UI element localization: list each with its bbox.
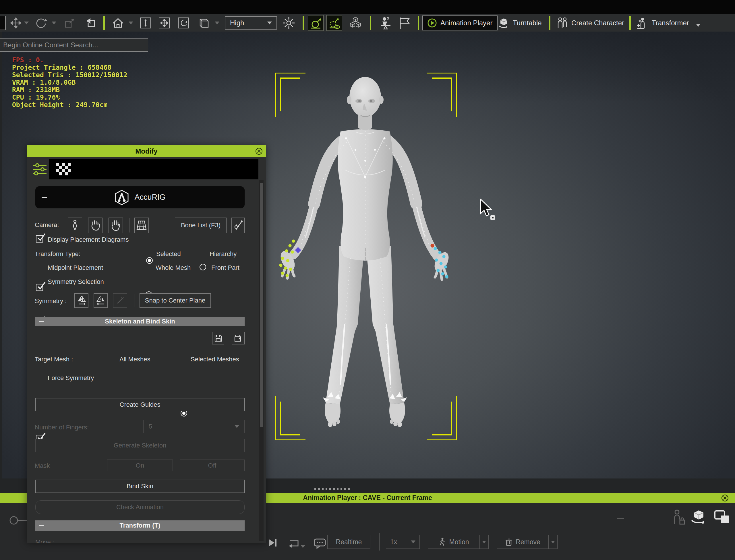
reset-transform-button[interactable]: [85, 14, 97, 32]
transform-selected-radio[interactable]: [146, 257, 153, 264]
camera-view-cube-button[interactable]: [197, 14, 210, 32]
accurig-section-button[interactable]: AccuRIG: [35, 186, 245, 208]
animation-player-bar-title: Animation Player : CAVE - Current Frame: [303, 494, 432, 502]
online-content-search[interactable]: [0, 38, 148, 52]
speed-value: 1x: [390, 538, 397, 546]
texture-checker-icon[interactable]: [56, 163, 71, 175]
modify-close-icon[interactable]: [255, 147, 263, 155]
camera-grab-button[interactable]: [88, 218, 102, 233]
save-rig-button[interactable]: [212, 332, 224, 344]
comment-bubble-icon[interactable]: [314, 538, 326, 549]
symmetry-wand-button[interactable]: [113, 293, 127, 308]
pan-view-button[interactable]: [159, 14, 170, 32]
check-animation-button[interactable]: Check Animation: [35, 500, 245, 514]
motion-button[interactable]: Motion: [428, 535, 489, 549]
home-view-dropdown[interactable]: [129, 14, 133, 32]
remove-dropdown[interactable]: [548, 535, 557, 549]
midpoint-placement-checkbox[interactable]: [36, 284, 43, 291]
realtime-button[interactable]: Realtime: [327, 535, 370, 549]
loop-dropdown[interactable]: [301, 545, 305, 548]
vertical-arrows-icon: [142, 19, 149, 27]
snap-to-center-label: Snap to Center Plane: [145, 297, 205, 304]
display-placement-checkbox[interactable]: [36, 235, 43, 243]
fingers-label: Number of Fingers:: [35, 424, 89, 431]
remove-button[interactable]: Remove: [497, 535, 558, 549]
collapse-dash[interactable]: [617, 518, 624, 519]
snap-to-center-button[interactable]: Snap to Center Plane: [140, 293, 211, 308]
modify-panel-header[interactable]: Modify: [27, 145, 266, 157]
loop-playback-icon[interactable]: [287, 538, 300, 548]
camera-body-button[interactable]: [68, 218, 82, 233]
player-bar-close-icon[interactable]: [721, 494, 729, 502]
motion-dropdown[interactable]: [479, 535, 488, 549]
panel-scrollbar-thumb[interactable]: [260, 183, 263, 427]
mask-off-button[interactable]: Off: [180, 460, 245, 471]
stats-line: Object Height : 249.70cm: [12, 101, 127, 108]
edit-pivot-button[interactable]: [308, 15, 324, 31]
mirror-left-to-right-button[interactable]: [74, 293, 88, 308]
character-calibration-button[interactable]: [379, 14, 392, 32]
skip-to-end-icon[interactable]: [268, 538, 277, 548]
fingers-select[interactable]: 5: [143, 420, 245, 433]
turntable-mode-icon[interactable]: [690, 509, 708, 526]
orbit-view-button[interactable]: [178, 14, 189, 32]
bind-skin-button[interactable]: Bind Skin: [35, 480, 245, 493]
mirror-right-to-left-button[interactable]: [94, 293, 108, 308]
camera-grid-button[interactable]: [134, 218, 149, 233]
motion-label: Motion: [449, 538, 469, 546]
generate-skeleton-button[interactable]: Generate Skeleton: [35, 439, 245, 452]
lock-character-icon[interactable]: [672, 509, 686, 526]
panel-scrollbar[interactable]: [259, 180, 264, 541]
keyframe-marker-icon[interactable]: [9, 515, 29, 526]
character-mannequin[interactable]: [273, 75, 457, 448]
animation-player-button[interactable]: Animation Player: [422, 15, 498, 30]
move-tool-dropdown[interactable]: [24, 14, 29, 32]
performance-stats: FPS : 0. Project Triangle : 658468 Selec…: [12, 56, 127, 108]
skeleton-collapse-icon[interactable]: [39, 321, 44, 322]
player-bar-drag-handle[interactable]: [314, 488, 352, 490]
skeleton-section-header[interactable]: Skeleton and Bind Skin: [35, 317, 245, 326]
view-cube-dropdown[interactable]: [215, 14, 219, 32]
pivot-to-object-button[interactable]: [326, 15, 342, 31]
windows-layout-icon[interactable]: [714, 510, 730, 525]
mesh-groups-button[interactable]: [348, 14, 363, 32]
accurig-logo-icon: [114, 189, 129, 206]
rig-tools-button[interactable]: [231, 218, 245, 233]
material-tab-strip[interactable]: [49, 159, 258, 179]
scale-tool-button[interactable]: [64, 14, 75, 32]
flag-button[interactable]: [398, 14, 411, 32]
modify-sliders-tab-icon[interactable]: [32, 161, 48, 177]
transformer-button[interactable]: Transformer: [636, 14, 689, 32]
transform-type-label: Transform Type:: [35, 250, 80, 258]
bind-skin-label: Bind Skin: [127, 483, 153, 490]
create-guides-button[interactable]: Create Guides: [35, 398, 245, 411]
create-character-button[interactable]: Create Character: [556, 14, 624, 32]
pan-vertical-button[interactable]: [140, 14, 151, 32]
mask-on-button[interactable]: On: [107, 460, 173, 471]
move-tool-button[interactable]: [10, 14, 21, 32]
stats-line: RAM : 2318MB: [12, 86, 127, 94]
load-rig-button[interactable]: [232, 332, 245, 344]
rotate-tool-dropdown[interactable]: [52, 14, 56, 32]
check-animation-label: Check Animation: [116, 503, 164, 511]
create-guides-label: Create Guides: [120, 401, 160, 408]
render-quality-select[interactable]: High: [225, 16, 277, 30]
transformer-icon: [636, 17, 648, 29]
bone-list-button[interactable]: Bone List (F3): [175, 218, 227, 233]
turntable-button[interactable]: Turntable: [498, 14, 542, 32]
speed-select[interactable]: 1x: [386, 535, 420, 549]
rotate-tool-button[interactable]: [35, 14, 47, 32]
camera-pan-hand-button[interactable]: [109, 218, 123, 233]
home-view-button[interactable]: [112, 14, 124, 32]
transform-section-header[interactable]: Transform (T): [35, 520, 245, 531]
lighting-button[interactable]: [283, 14, 295, 32]
transform-hierarchy-radio[interactable]: [200, 264, 206, 270]
mask-off-label: Off: [208, 462, 216, 469]
bone-list-label: Bone List (F3): [181, 222, 221, 229]
playback-separator: [379, 533, 380, 551]
symmetry-selection-label: Symmetry Selection: [48, 278, 104, 286]
clipped-tool-button[interactable]: [0, 14, 6, 32]
transform-collapse-icon[interactable]: [39, 525, 44, 526]
search-input[interactable]: [0, 39, 148, 51]
accurig-collapse-icon[interactable]: [42, 197, 47, 198]
